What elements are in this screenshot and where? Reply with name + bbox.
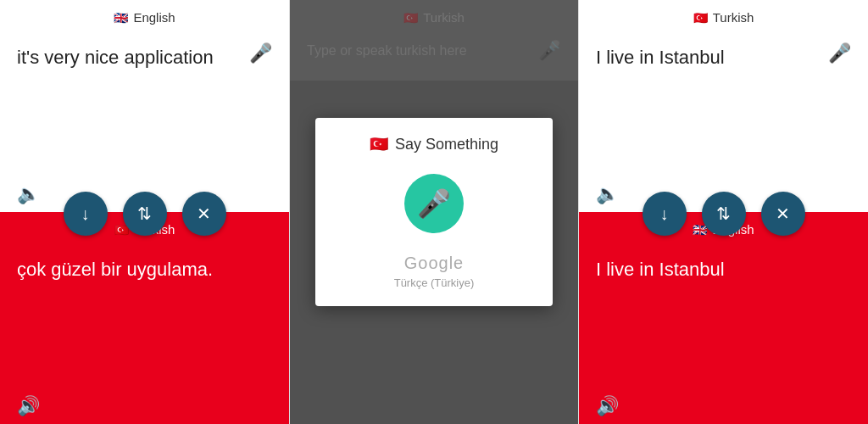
- say-something-modal: 🇹🇷 Say Something 🎤 Google Türkçe (Türkiy…: [315, 118, 553, 306]
- left-source-lang-header[interactable]: 🇬🇧 English: [17, 0, 272, 31]
- right-speaker-bottom-icon[interactable]: 🔊: [596, 395, 619, 417]
- modal-title: 🇹🇷 Say Something: [370, 135, 498, 153]
- left-source-flag: 🇬🇧: [114, 11, 128, 25]
- left-swap-button[interactable]: ⇅: [123, 192, 167, 236]
- right-source-lang-header[interactable]: 🇹🇷 Turkish: [596, 0, 851, 31]
- right-controls-row: ↓ ⇅ ✕: [579, 192, 868, 236]
- google-sub-text: Türkçe (Türkiye): [394, 276, 475, 289]
- left-bottom-half: 🇹🇷 Turkish çok güzel bir uygulama. 🔊: [0, 212, 289, 424]
- right-panel: 🇹🇷 Turkish I live in Istanbul 🎤 🔈 ↓ ⇅ ✕ …: [578, 0, 868, 424]
- right-mic-icon[interactable]: 🎤: [828, 42, 851, 64]
- left-down-button[interactable]: ↓: [64, 192, 108, 236]
- right-top-half: 🇹🇷 Turkish I live in Istanbul 🎤 🔈 ↓ ⇅ ✕: [579, 0, 868, 212]
- modal-mic-circle[interactable]: 🎤: [404, 174, 464, 233]
- right-output-text: I live in Istanbul: [596, 252, 851, 419]
- modal-overlay: 🇹🇷 Say Something 🎤 Google Türkçe (Türkiy…: [290, 0, 578, 424]
- middle-panel: 🇹🇷 Turkish Type or speak turkish here 🎤 …: [290, 0, 578, 424]
- modal-title-text: Say Something: [395, 136, 498, 153]
- left-controls-row: ↓ ⇅ ✕: [0, 192, 289, 236]
- right-source-flag: 🇹🇷: [693, 11, 708, 25]
- left-speaker-bottom-icon[interactable]: 🔊: [17, 395, 40, 417]
- left-mic-icon[interactable]: 🎤: [249, 42, 272, 64]
- left-source-lang-label: English: [133, 10, 175, 25]
- left-input-text: it's very nice application: [17, 40, 272, 207]
- modal-title-flag: 🇹🇷: [370, 135, 388, 153]
- left-close-button[interactable]: ✕: [182, 192, 226, 236]
- left-panel: 🇬🇧 English it's very nice application 🎤 …: [0, 0, 290, 424]
- left-output-text: çok güzel bir uygulama.: [17, 252, 272, 419]
- right-close-button[interactable]: ✕: [761, 192, 805, 236]
- google-logo-text: Google: [404, 254, 465, 273]
- right-down-button[interactable]: ↓: [643, 192, 687, 236]
- left-top-half: 🇬🇧 English it's very nice application 🎤 …: [0, 0, 289, 212]
- right-input-text: I live in Istanbul: [596, 40, 851, 207]
- right-swap-button[interactable]: ⇅: [702, 192, 746, 236]
- right-bottom-half: 🇬🇧 English I live in Istanbul 🔊: [579, 212, 868, 424]
- right-source-lang-label: Turkish: [713, 10, 754, 25]
